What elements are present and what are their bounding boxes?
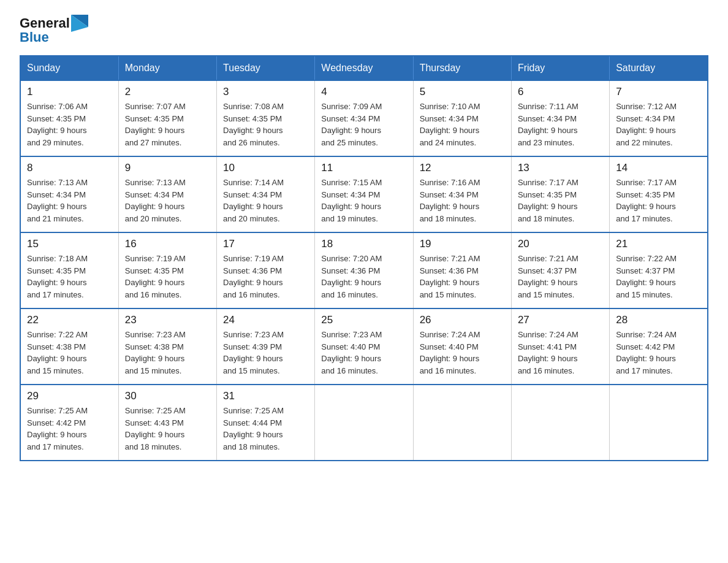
calendar-cell: 25 Sunrise: 7:23 AM Sunset: 4:40 PM Dayl… bbox=[315, 308, 413, 385]
day-number: 16 bbox=[125, 238, 210, 250]
calendar-cell bbox=[610, 385, 708, 461]
day-info: Sunrise: 7:17 AM Sunset: 4:35 PM Dayligh… bbox=[616, 177, 701, 224]
header-sunday: Sunday bbox=[20, 56, 118, 80]
calendar-cell bbox=[315, 385, 413, 461]
day-info: Sunrise: 7:08 AM Sunset: 4:35 PM Dayligh… bbox=[223, 101, 308, 148]
week-row-3: 15 Sunrise: 7:18 AM Sunset: 4:35 PM Dayl… bbox=[20, 232, 708, 308]
day-number: 23 bbox=[125, 314, 210, 326]
calendar-cell: 24 Sunrise: 7:23 AM Sunset: 4:39 PM Dayl… bbox=[217, 308, 315, 385]
calendar-cell: 26 Sunrise: 7:24 AM Sunset: 4:40 PM Dayl… bbox=[413, 308, 511, 385]
calendar-cell: 31 Sunrise: 7:25 AM Sunset: 4:44 PM Dayl… bbox=[217, 385, 315, 461]
day-number: 13 bbox=[518, 162, 603, 174]
calendar-cell: 28 Sunrise: 7:24 AM Sunset: 4:42 PM Dayl… bbox=[610, 308, 708, 385]
week-row-5: 29 Sunrise: 7:25 AM Sunset: 4:42 PM Dayl… bbox=[20, 385, 708, 461]
day-info: Sunrise: 7:06 AM Sunset: 4:35 PM Dayligh… bbox=[27, 101, 112, 148]
day-info: Sunrise: 7:25 AM Sunset: 4:42 PM Dayligh… bbox=[27, 405, 112, 453]
day-info: Sunrise: 7:14 AM Sunset: 4:34 PM Dayligh… bbox=[223, 177, 308, 224]
day-number: 21 bbox=[616, 238, 701, 250]
day-number: 20 bbox=[518, 238, 603, 250]
calendar-cell: 18 Sunrise: 7:20 AM Sunset: 4:36 PM Dayl… bbox=[315, 232, 413, 308]
logo-icon bbox=[71, 15, 88, 32]
day-number: 7 bbox=[616, 86, 701, 98]
logo-blue: Blue bbox=[20, 29, 49, 45]
day-number: 4 bbox=[321, 86, 406, 98]
day-number: 15 bbox=[27, 238, 112, 250]
day-number: 12 bbox=[420, 162, 505, 174]
day-number: 24 bbox=[223, 314, 308, 326]
header-tuesday: Tuesday bbox=[217, 56, 315, 80]
day-info: Sunrise: 7:15 AM Sunset: 4:34 PM Dayligh… bbox=[321, 177, 406, 224]
day-info: Sunrise: 7:25 AM Sunset: 4:43 PM Dayligh… bbox=[125, 405, 210, 453]
calendar-cell: 21 Sunrise: 7:22 AM Sunset: 4:37 PM Dayl… bbox=[610, 232, 708, 308]
day-number: 28 bbox=[616, 314, 701, 326]
calendar-cell: 22 Sunrise: 7:22 AM Sunset: 4:38 PM Dayl… bbox=[20, 308, 118, 385]
week-row-2: 8 Sunrise: 7:13 AM Sunset: 4:34 PM Dayli… bbox=[20, 156, 708, 232]
day-number: 30 bbox=[125, 390, 210, 402]
page-header: General Blue bbox=[20, 15, 708, 45]
day-number: 10 bbox=[223, 162, 308, 174]
calendar-cell: 13 Sunrise: 7:17 AM Sunset: 4:35 PM Dayl… bbox=[511, 156, 609, 232]
calendar-cell: 3 Sunrise: 7:08 AM Sunset: 4:35 PM Dayli… bbox=[217, 80, 315, 156]
day-info: Sunrise: 7:16 AM Sunset: 4:34 PM Dayligh… bbox=[420, 177, 505, 224]
header-friday: Friday bbox=[511, 56, 609, 80]
calendar-cell: 7 Sunrise: 7:12 AM Sunset: 4:34 PM Dayli… bbox=[610, 80, 708, 156]
day-info: Sunrise: 7:24 AM Sunset: 4:40 PM Dayligh… bbox=[420, 329, 505, 377]
calendar-cell: 11 Sunrise: 7:15 AM Sunset: 4:34 PM Dayl… bbox=[315, 156, 413, 232]
calendar-cell: 9 Sunrise: 7:13 AM Sunset: 4:34 PM Dayli… bbox=[118, 156, 216, 232]
day-info: Sunrise: 7:17 AM Sunset: 4:35 PM Dayligh… bbox=[518, 177, 603, 224]
day-number: 5 bbox=[420, 86, 505, 98]
calendar-cell: 29 Sunrise: 7:25 AM Sunset: 4:42 PM Dayl… bbox=[20, 385, 118, 461]
calendar-cell: 8 Sunrise: 7:13 AM Sunset: 4:34 PM Dayli… bbox=[20, 156, 118, 232]
calendar-cell: 23 Sunrise: 7:23 AM Sunset: 4:38 PM Dayl… bbox=[118, 308, 216, 385]
calendar-cell: 27 Sunrise: 7:24 AM Sunset: 4:41 PM Dayl… bbox=[511, 308, 609, 385]
day-info: Sunrise: 7:21 AM Sunset: 4:37 PM Dayligh… bbox=[518, 253, 603, 301]
day-number: 25 bbox=[321, 314, 406, 326]
calendar-cell: 14 Sunrise: 7:17 AM Sunset: 4:35 PM Dayl… bbox=[610, 156, 708, 232]
day-info: Sunrise: 7:13 AM Sunset: 4:34 PM Dayligh… bbox=[27, 177, 112, 224]
header-wednesday: Wednesday bbox=[315, 56, 413, 80]
day-number: 19 bbox=[420, 238, 505, 250]
calendar-cell: 30 Sunrise: 7:25 AM Sunset: 4:43 PM Dayl… bbox=[118, 385, 216, 461]
calendar-cell: 4 Sunrise: 7:09 AM Sunset: 4:34 PM Dayli… bbox=[315, 80, 413, 156]
day-number: 6 bbox=[518, 86, 603, 98]
calendar-cell: 5 Sunrise: 7:10 AM Sunset: 4:34 PM Dayli… bbox=[413, 80, 511, 156]
calendar-cell: 20 Sunrise: 7:21 AM Sunset: 4:37 PM Dayl… bbox=[511, 232, 609, 308]
calendar-cell: 10 Sunrise: 7:14 AM Sunset: 4:34 PM Dayl… bbox=[217, 156, 315, 232]
day-number: 26 bbox=[420, 314, 505, 326]
calendar-cell: 19 Sunrise: 7:21 AM Sunset: 4:36 PM Dayl… bbox=[413, 232, 511, 308]
day-info: Sunrise: 7:23 AM Sunset: 4:38 PM Dayligh… bbox=[125, 329, 210, 377]
calendar-header-row: SundayMondayTuesdayWednesdayThursdayFrid… bbox=[20, 56, 708, 80]
calendar-cell: 16 Sunrise: 7:19 AM Sunset: 4:35 PM Dayl… bbox=[118, 232, 216, 308]
day-info: Sunrise: 7:09 AM Sunset: 4:34 PM Dayligh… bbox=[321, 101, 406, 148]
day-number: 3 bbox=[223, 86, 308, 98]
calendar-cell bbox=[511, 385, 609, 461]
day-info: Sunrise: 7:10 AM Sunset: 4:34 PM Dayligh… bbox=[420, 101, 505, 148]
calendar-cell: 1 Sunrise: 7:06 AM Sunset: 4:35 PM Dayli… bbox=[20, 80, 118, 156]
day-number: 17 bbox=[223, 238, 308, 250]
day-info: Sunrise: 7:21 AM Sunset: 4:36 PM Dayligh… bbox=[420, 253, 505, 301]
day-info: Sunrise: 7:13 AM Sunset: 4:34 PM Dayligh… bbox=[125, 177, 210, 224]
day-info: Sunrise: 7:22 AM Sunset: 4:37 PM Dayligh… bbox=[616, 253, 701, 301]
day-number: 9 bbox=[125, 162, 210, 174]
calendar-cell bbox=[413, 385, 511, 461]
day-info: Sunrise: 7:20 AM Sunset: 4:36 PM Dayligh… bbox=[321, 253, 406, 301]
calendar-cell: 6 Sunrise: 7:11 AM Sunset: 4:34 PM Dayli… bbox=[511, 80, 609, 156]
day-number: 31 bbox=[223, 390, 308, 402]
day-number: 11 bbox=[321, 162, 406, 174]
day-number: 29 bbox=[27, 390, 112, 402]
calendar-table: SundayMondayTuesdayWednesdayThursdayFrid… bbox=[20, 55, 708, 461]
day-info: Sunrise: 7:24 AM Sunset: 4:42 PM Dayligh… bbox=[616, 329, 701, 377]
day-info: Sunrise: 7:23 AM Sunset: 4:40 PM Dayligh… bbox=[321, 329, 406, 377]
logo: General Blue bbox=[20, 15, 88, 45]
header-monday: Monday bbox=[118, 56, 216, 80]
day-number: 2 bbox=[125, 86, 210, 98]
day-info: Sunrise: 7:23 AM Sunset: 4:39 PM Dayligh… bbox=[223, 329, 308, 377]
day-number: 18 bbox=[321, 238, 406, 250]
day-info: Sunrise: 7:07 AM Sunset: 4:35 PM Dayligh… bbox=[125, 101, 210, 148]
day-info: Sunrise: 7:19 AM Sunset: 4:35 PM Dayligh… bbox=[125, 253, 210, 301]
day-number: 1 bbox=[27, 86, 112, 98]
day-info: Sunrise: 7:19 AM Sunset: 4:36 PM Dayligh… bbox=[223, 253, 308, 301]
day-info: Sunrise: 7:22 AM Sunset: 4:38 PM Dayligh… bbox=[27, 329, 112, 377]
day-info: Sunrise: 7:11 AM Sunset: 4:34 PM Dayligh… bbox=[518, 101, 603, 148]
day-info: Sunrise: 7:25 AM Sunset: 4:44 PM Dayligh… bbox=[223, 405, 308, 453]
